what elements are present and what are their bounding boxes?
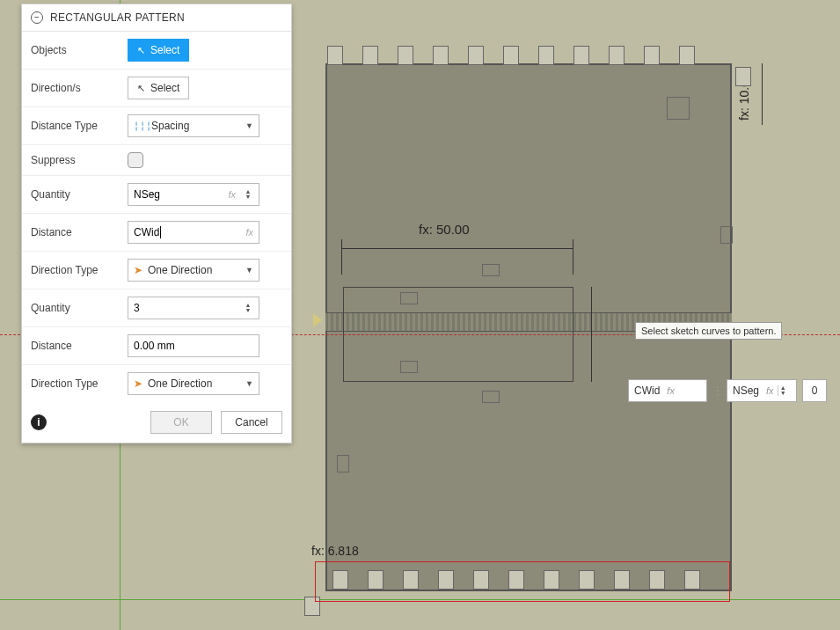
floater-value: NSeg — [733, 385, 759, 397]
floater-value: 0 — [812, 385, 818, 397]
row-direction-type-1: Direction Type ➤ One Direction ▼ — [22, 252, 291, 289]
button-label: OK — [173, 416, 188, 429]
row-distance-2: Distance 0.00 mm — [22, 327, 291, 365]
button-label: Select — [150, 82, 179, 94]
cancel-button[interactable]: Cancel — [221, 411, 282, 434]
tooltip-text: Select sketch curves to pattern. — [641, 326, 776, 336]
dialog-title: RECTANGULAR PATTERN — [50, 11, 185, 24]
button-label: Select — [150, 44, 179, 56]
fx-indicator-icon: fx — [667, 385, 675, 396]
row-distance-type: Distance Type ╎╎╎ Spacing ▼ — [22, 107, 291, 145]
dimension-line — [341, 248, 573, 249]
pattern-markers-top — [327, 46, 695, 65]
distance-type-dropdown[interactable]: ╎╎╎ Spacing ▼ — [128, 114, 259, 137]
dialog-titlebar[interactable]: − RECTANGULAR PATTERN — [22, 4, 291, 32]
direction-type-1-dropdown[interactable]: ➤ One Direction ▼ — [128, 259, 259, 282]
label-objects: Objects — [31, 44, 119, 56]
constraint-glyph[interactable] — [720, 226, 733, 244]
one-direction-icon: ➤ — [134, 264, 142, 276]
floater-quantity-input[interactable]: NSeg fx ▲▼ — [727, 379, 797, 402]
label-direction-type: Direction Type — [31, 264, 119, 276]
spinner[interactable]: ▲▼ — [243, 189, 253, 200]
fx-indicator-icon: fx — [245, 227, 253, 238]
label-distance: Distance — [31, 340, 119, 352]
selection-highlight — [315, 561, 730, 602]
fx-indicator-icon: fx — [228, 189, 236, 200]
constraint-glyph[interactable] — [482, 264, 500, 276]
input-value: NSeg — [134, 188, 160, 201]
input-value: CWid — [134, 226, 161, 238]
chevron-down-icon: ▼ — [245, 379, 253, 388]
spinner[interactable]: ▲▼ — [778, 385, 788, 396]
floater-value: CWid — [634, 385, 660, 397]
chevron-down-icon: ▼ — [245, 266, 253, 275]
label-suppress: Suppress — [31, 154, 119, 166]
distance-1-input[interactable]: CWid fx — [128, 221, 259, 244]
label-quantity: Quantity — [31, 188, 119, 201]
floater-distance-input[interactable]: CWid fx — [628, 379, 707, 402]
rectangular-pattern-dialog[interactable]: − RECTANGULAR PATTERN Objects ↖ Select D… — [21, 4, 292, 443]
fx-indicator-icon: fx — [766, 385, 774, 396]
dropdown-value: One Direction — [148, 377, 212, 390]
dimension-height[interactable] — [582, 287, 602, 382]
floater-extra-input[interactable]: 0 — [802, 379, 827, 402]
quantity-2-input[interactable]: 3 ▲▼ — [128, 297, 259, 319]
dimension-6818[interactable]: fx: 6.818 — [311, 544, 359, 558]
spacing-icon: ╎╎╎ — [134, 121, 148, 131]
dimension-label: fx: 50.00 — [419, 222, 470, 237]
input-value: 3 — [134, 302, 140, 314]
label-direction-type: Direction Type — [31, 377, 119, 390]
input-value: 0.00 mm — [134, 340, 175, 352]
pattern-marker — [735, 67, 751, 86]
row-quantity-1: Quantity NSeg fx ▲▼ — [22, 176, 291, 214]
distance-2-input[interactable]: 0.00 mm — [128, 334, 259, 357]
row-directions: Direction/s ↖ Select — [22, 70, 291, 107]
hover-tooltip: Select sketch curves to pattern. — [635, 322, 782, 340]
directions-select-button[interactable]: ↖ Select — [128, 77, 189, 99]
button-label: Cancel — [235, 416, 267, 429]
dimension-50[interactable]: fx: 50.00 — [341, 222, 573, 275]
label-distance-type: Distance Type — [31, 120, 119, 132]
dimension-line — [762, 63, 763, 125]
quantity-1-input[interactable]: NSeg fx ▲▼ — [128, 183, 259, 206]
cursor-icon: ↖ — [137, 45, 145, 56]
collapse-icon[interactable]: − — [31, 11, 43, 24]
one-direction-icon: ➤ — [134, 377, 142, 390]
dropdown-value: Spacing — [151, 120, 189, 132]
constraint-glyph[interactable] — [337, 455, 349, 472]
direction-type-2-dropdown[interactable]: ➤ One Direction ▼ — [128, 372, 259, 395]
dropdown-value: One Direction — [148, 264, 212, 276]
dimension-tick — [573, 239, 573, 275]
dimension-label: fx: 6.818 — [311, 544, 359, 558]
label-quantity: Quantity — [31, 302, 119, 314]
row-quantity-2: Quantity 3 ▲▼ — [22, 289, 291, 327]
constraint-glyph[interactable] — [482, 391, 500, 403]
spinner[interactable]: ▲▼ — [243, 303, 253, 313]
label-distance: Distance — [31, 226, 119, 238]
canvas-value-floater[interactable]: CWid fx ⋮⋮ NSeg fx ▲▼ 0 — [628, 378, 827, 403]
row-objects: Objects ↖ Select — [22, 32, 291, 70]
label-directions: Direction/s — [31, 82, 119, 94]
grip-icon[interactable]: ⋮⋮ — [712, 385, 721, 397]
constraint-glyph[interactable] — [400, 361, 418, 373]
row-suppress: Suppress — [22, 145, 291, 176]
direction-handle-icon[interactable] — [313, 313, 322, 327]
constraint-glyph[interactable] — [667, 97, 690, 120]
dialog-footer: i OK Cancel — [22, 402, 291, 443]
row-direction-type-2: Direction Type ➤ One Direction ▼ — [22, 365, 291, 402]
chevron-down-icon: ▼ — [245, 121, 253, 130]
constraint-glyph[interactable] — [400, 292, 418, 304]
suppress-checkbox[interactable] — [128, 152, 143, 168]
cursor-icon: ↖ — [137, 83, 145, 94]
dimension-tick — [341, 239, 342, 275]
info-icon[interactable]: i — [31, 414, 47, 430]
row-distance-1: Distance CWid fx — [22, 214, 291, 252]
objects-select-button[interactable]: ↖ Select — [128, 39, 189, 62]
ok-button[interactable]: OK — [150, 411, 212, 434]
